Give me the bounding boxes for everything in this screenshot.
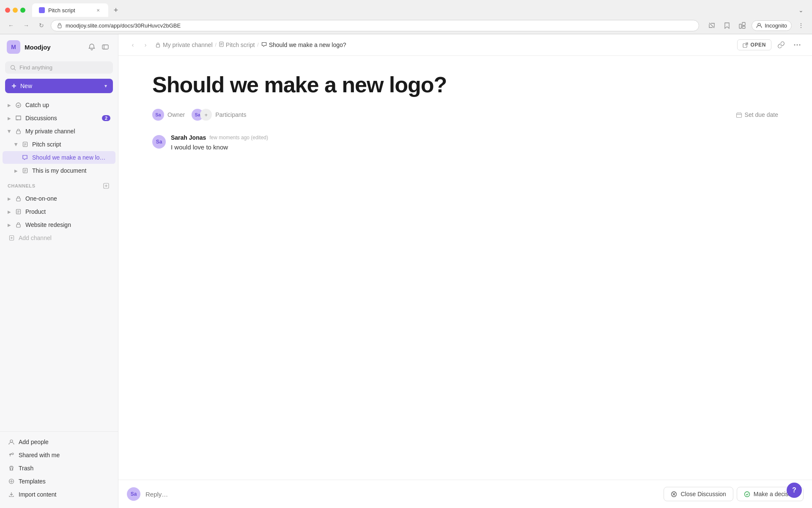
- website-redesign-label: Website redesign: [25, 221, 110, 228]
- owner-avatar: Sa: [152, 109, 164, 121]
- reply-input[interactable]: [145, 491, 658, 498]
- sidebar-nav: ▶ Catch up ▶ Discussio: [0, 97, 118, 431]
- participant-add-avatar: +: [200, 109, 212, 121]
- svg-rect-48: [736, 113, 741, 118]
- comment-avatar: Sa: [152, 135, 166, 149]
- channels-section-label: Channels: [0, 177, 118, 192]
- sidebar-item-trash[interactable]: Trash: [3, 462, 115, 475]
- sidebar-collapse-button[interactable]: [99, 41, 111, 53]
- sidebar: M Moodjoy: [0, 34, 118, 508]
- chevron-icon: ▶: [8, 210, 11, 214]
- this-is-my-document-label: This is my document: [32, 167, 110, 174]
- doc-icon: [14, 208, 22, 215]
- sidebar-item-shared-with-me[interactable]: Shared with me: [3, 449, 115, 461]
- import-content-label: Import content: [19, 491, 110, 498]
- comment-text: I would love to know: [171, 143, 778, 152]
- add-channel-section-button[interactable]: [102, 182, 110, 190]
- tab-close-button[interactable]: ✕: [95, 7, 102, 14]
- sidebar-item-this-is-my-document[interactable]: ▶ This is my document: [3, 164, 115, 177]
- participants-label: Participants: [215, 111, 246, 118]
- back-button[interactable]: ←: [5, 19, 17, 31]
- sidebar-item-discussions[interactable]: ▶ Discussions 2: [3, 112, 115, 124]
- notifications-button[interactable]: [86, 41, 98, 53]
- sidebar-item-my-private-channel[interactable]: ▶ My private channel: [3, 125, 115, 138]
- tab-bar: Pitch script ✕ + ⌄: [0, 0, 812, 17]
- breadcrumb-my-private-channel-label: My private channel: [163, 41, 213, 48]
- sidebar-item-import-content[interactable]: Import content: [3, 488, 115, 501]
- close-discussion-button[interactable]: Close Discussion: [664, 487, 733, 501]
- breadcrumb-pitch-script[interactable]: Pitch script: [219, 41, 255, 48]
- svg-point-34: [12, 453, 14, 455]
- open-button[interactable]: OPEN: [737, 39, 771, 50]
- sidebar-item-templates[interactable]: Templates: [3, 475, 115, 488]
- discussion-bubble-icon: [21, 154, 29, 161]
- comment-time: few moments ago (edited): [209, 135, 268, 141]
- sidebar-item-should-we-make[interactable]: Should we make a new lo…: [3, 151, 115, 164]
- calendar-icon: [736, 112, 742, 118]
- profile-button[interactable]: Incognito: [752, 20, 792, 31]
- trash-label: Trash: [19, 465, 110, 472]
- set-due-date-label: Set due date: [745, 111, 778, 118]
- breadcrumb-discussion-label: Should we make a new logo?: [269, 41, 346, 48]
- forward-nav-arrow[interactable]: ›: [140, 39, 151, 51]
- help-button[interactable]: ?: [787, 483, 802, 498]
- sidebar-item-add-people[interactable]: Add people: [3, 436, 115, 448]
- chevron-down-icon: ▶: [7, 130, 12, 133]
- browser-menu-icon[interactable]: ⋮: [795, 19, 807, 31]
- sidebar-item-add-channel[interactable]: Add channel: [3, 232, 115, 244]
- close-traffic-light[interactable]: [5, 8, 10, 13]
- sidebar-item-website-redesign[interactable]: ▶ Website redesign: [3, 218, 115, 231]
- link-copy-button[interactable]: [775, 39, 787, 51]
- workspace-avatar: M: [7, 40, 20, 54]
- svg-rect-38: [156, 45, 159, 47]
- templates-label: Templates: [19, 478, 110, 485]
- url-bar[interactable]: moodjoy.slite.com/app/docs/30RuHuvcv2bGB…: [51, 20, 699, 31]
- active-tab[interactable]: Pitch script ✕: [32, 3, 108, 17]
- svg-point-46: [797, 44, 798, 46]
- new-tab-button[interactable]: +: [110, 4, 122, 16]
- one-on-one-label: One-on-one: [25, 195, 110, 202]
- sidebar-item-product[interactable]: ▶ Product: [3, 205, 115, 218]
- should-we-make-label: Should we make a new lo…: [32, 154, 110, 161]
- minimize-traffic-light[interactable]: [13, 8, 18, 13]
- search-bar[interactable]: Find anything: [5, 61, 113, 74]
- sidebar-item-catch-up[interactable]: ▶ Catch up: [3, 99, 115, 111]
- template-icon: [8, 478, 15, 485]
- reply-actions: Close Discussion Make a decision: [664, 487, 804, 501]
- new-button[interactable]: New ▾: [5, 79, 113, 93]
- owner-meta[interactable]: Sa Owner: [152, 109, 185, 121]
- tab-title: Pitch script: [48, 7, 75, 14]
- maximize-traffic-light[interactable]: [20, 8, 25, 13]
- sidebar-item-one-on-one[interactable]: ▶ One-on-one: [3, 192, 115, 205]
- share-icon: [8, 451, 15, 459]
- bookmark-icon[interactable]: [721, 19, 733, 31]
- breadcrumb-discussion[interactable]: Should we make a new logo?: [261, 41, 346, 48]
- main-content: ‹ › My private channel /: [118, 34, 812, 508]
- owner-label: Owner: [167, 111, 185, 118]
- set-due-date-button[interactable]: Set due date: [736, 111, 778, 118]
- discussion-icon: [261, 42, 267, 48]
- search-placeholder: Find anything: [19, 64, 52, 71]
- svg-rect-2: [742, 22, 745, 25]
- tab-list-chevron[interactable]: ⌄: [795, 4, 807, 16]
- comment-list: Sa Sarah Jonas few moments ago (edited) …: [152, 134, 778, 152]
- svg-rect-1: [739, 24, 741, 28]
- camera-off-icon[interactable]: [706, 19, 718, 31]
- comment-author: Sarah Jonas: [171, 134, 206, 141]
- back-nav-arrow[interactable]: ‹: [127, 39, 139, 51]
- participants-meta[interactable]: Sa + Participants: [192, 109, 246, 121]
- refresh-button[interactable]: ↻: [36, 19, 47, 31]
- chevron-icon: ▶: [8, 116, 11, 121]
- catch-up-icon: [14, 101, 22, 109]
- more-options-button[interactable]: [791, 39, 804, 51]
- comment-header: Sarah Jonas few moments ago (edited): [171, 134, 778, 141]
- forward-button[interactable]: →: [20, 19, 32, 31]
- extension-icon[interactable]: [736, 19, 748, 31]
- lock-icon: [155, 42, 161, 48]
- svg-rect-0: [58, 25, 61, 28]
- doc-icon: [21, 167, 29, 174]
- sidebar-footer: Add people Shared with me: [0, 431, 118, 508]
- tab-favicon: [39, 7, 45, 13]
- breadcrumb-my-private-channel[interactable]: My private channel: [155, 41, 213, 48]
- sidebar-item-pitch-script[interactable]: ▶ Pitch script: [3, 138, 115, 151]
